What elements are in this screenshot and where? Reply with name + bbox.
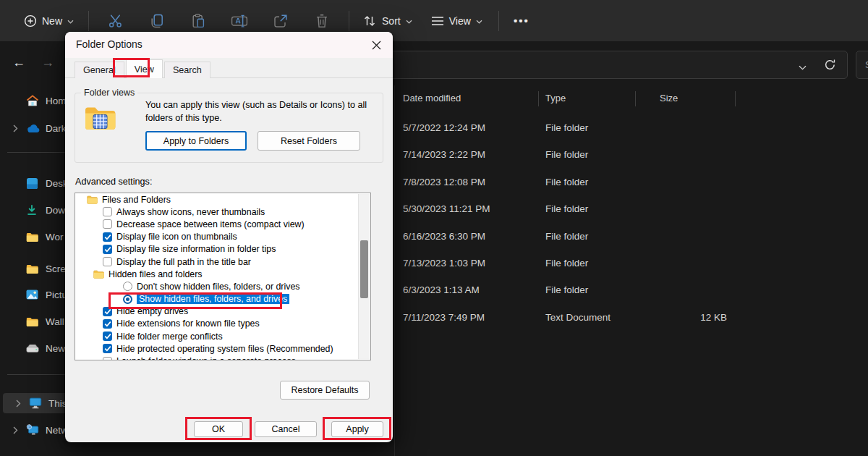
sidebar-item-pictu[interactable]: Pictu — [0, 284, 72, 305]
sidebar-item-netw[interactable]: Netw — [0, 420, 72, 440]
chevron-right-icon[interactable] — [16, 400, 23, 408]
sort-button[interactable]: Sort — [362, 14, 412, 28]
column-divider[interactable] — [635, 91, 636, 106]
advanced-setting-row[interactable]: Don't show hidden files, folders, or dri… — [75, 280, 370, 292]
folder-icon — [26, 317, 40, 326]
checkbox-unchecked-icon[interactable] — [103, 357, 112, 360]
share-button[interactable] — [264, 7, 297, 35]
tab-view[interactable]: View — [126, 59, 163, 78]
advanced-setting-row[interactable]: Hide empty drives — [75, 305, 370, 318]
checkbox-checked-icon[interactable] — [103, 232, 112, 242]
advanced-setting-row[interactable]: Show hidden files, folders, and drives — [75, 293, 370, 305]
checkbox-unchecked-icon[interactable] — [103, 219, 112, 229]
scrollbar[interactable] — [358, 194, 370, 359]
sidebar-item-wall[interactable]: Wall — [0, 311, 72, 332]
advanced-setting-row[interactable]: Hide extensions for known file types — [75, 318, 370, 330]
sidebar-item-dow[interactable]: Dow — [0, 200, 72, 220]
see-more-button[interactable]: ••• — [505, 7, 538, 35]
advanced-setting-row[interactable]: Files and Folders — [75, 193, 370, 206]
column-header-type[interactable]: Type — [545, 93, 566, 104]
column-divider[interactable] — [538, 91, 539, 106]
sidebar-item-wor[interactable]: Wor — [0, 227, 72, 247]
apply-to-folders-label: Apply to Folders — [163, 136, 229, 146]
sidebar-item-dark[interactable]: Dark — [0, 118, 72, 138]
advanced-setting-row[interactable]: Display file icon on thumbnails — [75, 231, 370, 243]
file-row[interactable]: 6/16/2023 6:30 PMFile folder — [394, 224, 868, 250]
radio-unselected-icon[interactable] — [123, 282, 132, 291]
advanced-setting-row[interactable]: Display the full path in the title bar — [75, 256, 370, 268]
advanced-setting-row[interactable]: Hide folder merge conflicts — [75, 330, 370, 342]
file-row[interactable]: 5/30/2023 11:21 PMFile folder — [394, 196, 868, 223]
rename-button[interactable] — [223, 7, 256, 35]
home-icon — [26, 95, 40, 106]
address-dropdown-chevron-icon[interactable] — [799, 60, 807, 73]
checkbox-unchecked-icon[interactable] — [103, 257, 112, 266]
file-row[interactable]: 6/3/2023 1:13 AMFile folder — [394, 277, 868, 304]
file-row[interactable]: 5/7/2022 12:24 PMFile folder — [394, 115, 868, 142]
column-header-size[interactable]: Size — [660, 93, 678, 104]
cancel-button[interactable]: Cancel — [255, 421, 317, 437]
new-button[interactable]: New — [24, 14, 74, 28]
dialog-title: Folder Options — [76, 38, 142, 50]
advanced-setting-row[interactable]: Decrease space between items (compact vi… — [75, 218, 370, 230]
reset-folders-button[interactable]: Reset Folders — [258, 131, 360, 151]
sidebar-item-label: Wall — [46, 316, 64, 327]
column-header-date-modified[interactable]: Date modified — [403, 93, 461, 104]
radio-selected-icon[interactable] — [123, 295, 132, 304]
advanced-setting-label: Display file icon on thumbnails — [116, 232, 237, 242]
delete-button[interactable] — [305, 7, 339, 35]
chevron-down-icon — [67, 20, 74, 24]
refresh-icon[interactable] — [824, 59, 836, 74]
checkbox-checked-icon[interactable] — [103, 344, 112, 353]
folder-options-dialog: Folder Options GeneralViewSearch Folder … — [65, 32, 393, 442]
apply-button[interactable]: Apply — [331, 421, 383, 437]
toolbar-separator — [88, 11, 89, 31]
file-type: File folder — [545, 231, 588, 242]
sidebar-item-this[interactable]: This — [3, 393, 72, 413]
file-row[interactable]: 7/14/2023 2:22 PMFile folder — [394, 142, 868, 169]
search-input[interactable]: Se — [856, 51, 868, 79]
advanced-setting-label: Launch folder windows in a separate proc… — [116, 356, 296, 360]
advanced-setting-row[interactable]: Launch folder windows in a separate proc… — [75, 355, 370, 360]
back-button[interactable]: ← — [12, 55, 25, 70]
drive-icon — [26, 344, 40, 353]
view-button[interactable]: View — [431, 15, 482, 27]
cut-button[interactable] — [99, 7, 132, 35]
scrollbar-thumb[interactable] — [360, 240, 368, 298]
close-icon[interactable] — [372, 41, 381, 50]
restore-defaults-button[interactable]: Restore Defaults — [280, 381, 370, 400]
checkbox-checked-icon[interactable] — [103, 245, 112, 254]
checkbox-checked-icon[interactable] — [103, 332, 112, 341]
advanced-setting-row[interactable]: Display file size information in folder … — [75, 243, 370, 256]
scissors-icon — [108, 13, 124, 29]
apply-to-folders-button[interactable]: Apply to Folders — [145, 131, 247, 151]
advanced-setting-label: Decrease space between items (compact vi… — [116, 219, 305, 229]
chevron-right-icon[interactable] — [13, 124, 20, 132]
advanced-setting-row[interactable]: Always show icons, never thumbnails — [75, 206, 370, 218]
column-divider[interactable] — [735, 91, 736, 106]
chevron-down-icon — [406, 20, 412, 24]
forward-button[interactable]: → — [41, 55, 54, 70]
tab-search[interactable]: Search — [164, 62, 210, 78]
chevron-down-icon — [476, 20, 482, 24]
advanced-setting-row[interactable]: Hide protected operating system files (R… — [75, 342, 370, 355]
checkbox-unchecked-icon[interactable] — [103, 207, 112, 216]
file-row[interactable]: 7/13/2023 1:03 PMFile folder — [394, 250, 868, 277]
sidebar-item-new[interactable]: New — [0, 338, 72, 358]
copy-button[interactable] — [140, 7, 174, 35]
folder-grid-icon — [84, 105, 117, 135]
file-row[interactable]: 7/8/2023 12:08 PMFile folder — [394, 169, 868, 196]
advanced-setting-row[interactable]: Hidden files and folders — [75, 268, 370, 280]
sidebar-item-desk[interactable]: Desk — [0, 173, 72, 193]
paste-button[interactable] — [182, 7, 215, 35]
chevron-right-icon[interactable] — [13, 426, 20, 434]
advanced-setting-label: Files and Folders — [102, 195, 171, 205]
checkbox-checked-icon[interactable] — [103, 319, 112, 329]
checkbox-checked-icon[interactable] — [103, 307, 112, 316]
file-date-modified: 5/30/2023 11:21 PM — [403, 203, 490, 214]
tab-general[interactable]: General — [75, 62, 124, 78]
file-row[interactable]: 7/11/2023 7:49 PMText Document12 KB — [394, 305, 868, 332]
ok-button[interactable]: OK — [194, 421, 243, 437]
sidebar-item-hom[interactable]: Hom — [0, 90, 72, 111]
sidebar-item-scre[interactable]: Scre — [0, 258, 72, 279]
